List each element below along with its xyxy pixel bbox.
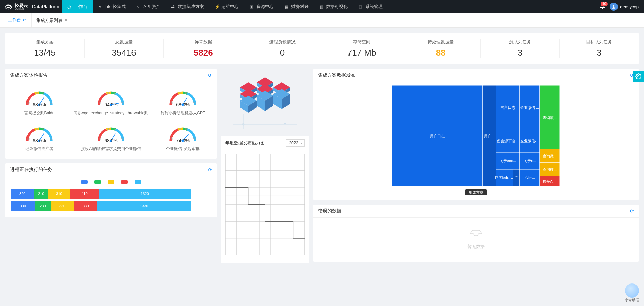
resource-icon: ⊞ [250,4,254,9]
nav-system[interactable]: ⊡系统管理 [353,0,388,13]
gauge-item[interactable]: 差中 良优 68.0% 记录微信关注者 [9,122,69,155]
close-icon[interactable]: ✕ [64,18,67,23]
nav-right: 10 qeasycop [600,3,644,11]
progress-segment[interactable]: 1320 [99,189,191,199]
stat-source-queue[interactable]: 源队列任务3 [481,39,560,58]
progress-row: 3202103104101320 [11,189,211,199]
nav-finance[interactable]: ▦财务对账 [279,0,314,13]
svg-text:用户...: 用户... [484,134,494,138]
treemap-panel: 集成方案数据发布 ⟳ 用户日志 用户... 留言日志 留言源平台... 同步ex… [313,69,639,200]
flow-icon: ⇄ [171,4,176,9]
left-column: 集成方案体检报告 ⟳ 差中 良优 [5,69,217,217]
nav-viz[interactable]: ▥数据可视化 [314,0,353,13]
legend-item [81,180,88,184]
nav-api[interactable]: ⎋API 资产 [131,0,166,13]
svg-text:同步fails_...: 同步fails_... [495,175,514,179]
progress-row: 3302303303301330 [11,201,211,211]
tab-integration-list[interactable]: 集成方案列表 ✕ [32,13,72,27]
gear-icon [635,73,641,79]
tab-more-button[interactable]: ⋮ [629,17,641,24]
notifications-button[interactable]: 10 [600,4,605,10]
health-title: 集成方案体检报告 [10,72,48,78]
progress-segment[interactable]: 310 [48,189,70,199]
svg-text:接受AI...: 接受AI... [543,179,557,183]
product-name: DataPlatform [32,4,62,9]
tab-workspace[interactable]: 工作台 ⟳ [3,13,32,27]
svg-text:查询微...: 查询微... [543,154,557,158]
svg-text:同步exc...: 同步exc... [500,159,516,163]
content: 集成方案13/45 总数据量35416 异常数据5826 进程负载情况0 存储空… [0,28,644,268]
progress-segment[interactable]: 1330 [97,201,191,211]
progress-segment[interactable]: 410 [70,189,99,199]
lite-icon: ☀ [98,4,103,9]
treemap-chart[interactable]: 用户日志 用户... 留言日志 留言源平台... 同步exc... 同步fail… [318,85,634,186]
svg-text:良: 良 [42,92,44,95]
brand-logo[interactable]: 轻易云 QCloud [0,2,32,11]
stat-abnormal[interactable]: 异常数据5826 [164,39,243,58]
progress-segment[interactable]: 210 [34,189,49,199]
chart-icon: ▥ [319,4,324,9]
stat-storage[interactable]: 存储空间717 Mb [322,39,401,58]
progress-panel: 进程正在执行的任务 ⟳ 3202103104101320330230330330… [5,163,217,217]
refresh-button[interactable]: ⟳ [208,73,212,78]
stat-integration[interactable]: 集成方案13/45 [5,39,85,58]
svg-text:中: 中 [36,92,38,95]
svg-text:企业微信-...: 企业微信-... [520,105,539,110]
empty-state: 暂无数据 [317,222,635,258]
inbox-icon [469,230,483,240]
heatmap-title: 年度数据发布热力图 [225,140,265,146]
middle-column: 年度数据发布热力图 2023 [221,69,309,263]
ops-icon: ⚡ [215,4,219,9]
tab-bar: 工作台 ⟳ 集成方案列表 ✕ ⋮ [0,13,644,28]
stat-load[interactable]: 进程负载情况0 [243,39,322,58]
gauge-item[interactable]: 差中 良优 74.0% 企业微信-发起审批 [153,122,213,155]
stat-pending[interactable]: 待处理数据量88 [401,39,481,58]
svg-text:留言源平台...: 留言源平台... [497,139,519,143]
progress-segment[interactable]: 330 [11,201,35,211]
nav-workspace[interactable]: ◷工作台 [62,0,93,13]
heatmap-panel: 年度数据发布热力图 2023 [221,136,309,263]
progress-segment[interactable]: 230 [35,201,51,211]
heatmap-grid [221,150,309,263]
legend-item [121,180,128,184]
settings-drawer-button[interactable] [633,71,644,82]
svg-point-118 [638,76,639,77]
nav-items: ◷工作台 ☀Lite 轻集成 ⎋API 资产 ⇄数据集成方案 ⚡运维中心 ⊞资源… [62,0,388,13]
legend-item [108,180,114,184]
progress-segment[interactable]: 330 [74,201,97,211]
year-select[interactable]: 2023 [286,139,305,147]
progress-title: 进程正在执行的任务 [10,167,52,173]
gauge-item[interactable]: 差中 良优 68.0% 钉钉小青助理机器人GPT [153,86,213,119]
gauges-grid: 差中 良优 68.0% 官网提交到Baidu 差中 [9,86,213,155]
nav-lite[interactable]: ☀Lite 轻集成 [93,0,131,13]
dashboard-grid: 集成方案体检报告 ⟳ 差中 良优 [5,69,639,263]
refresh-icon[interactable]: ⟳ [23,18,26,23]
progress-segment[interactable]: 330 [51,201,74,211]
refresh-button[interactable]: ⟳ [208,167,212,172]
svg-text:良: 良 [185,128,187,131]
gauge-item[interactable]: 差中 良优 68.0% 接收AI的请假需求提交到企业微信 [72,122,150,155]
finance-icon: ▦ [284,4,289,9]
server-stack-icon [240,82,257,113]
gauge-item[interactable]: 差中 良优 94.0% 同步xqg_exchange_strategy_thro… [72,86,150,119]
stat-total[interactable]: 总数据量35416 [85,39,164,58]
top-nav: 轻易云 QCloud DataPlatform ◷工作台 ☀Lite 轻集成 ⎋… [0,0,644,13]
treemap-footer: 集成方案 [318,190,634,195]
gauge-item[interactable]: 差中 良优 68.0% 官网提交到Baidu [9,86,69,119]
refresh-button[interactable]: ⟳ [630,208,634,214]
nav-resource[interactable]: ⊞资源中心 [244,0,279,13]
nav-ops[interactable]: ⚡运维中心 [209,0,244,13]
stat-target-queue[interactable]: 目标队列任务3 [560,39,639,58]
settings-icon: ⊡ [359,4,363,9]
svg-text:中: 中 [179,92,181,95]
user-menu[interactable]: qeasycop [610,3,639,11]
right-column: 集成方案数据发布 ⟳ 用户日志 用户... 留言日志 留言源平台... 同步ex… [313,69,639,262]
svg-text:同步x...: 同步x... [524,159,536,163]
svg-text:论坛...: 论坛... [524,175,535,179]
progress-segment[interactable]: 320 [11,189,34,199]
reload-icon: ◷ [67,4,72,9]
svg-text:企业微信-...: 企业微信-... [520,139,539,143]
svg-text:良: 良 [42,128,44,131]
progress-bars: 32021031041013203302303303301330 [11,189,211,211]
nav-integration[interactable]: ⇄数据集成方案 [166,0,209,13]
